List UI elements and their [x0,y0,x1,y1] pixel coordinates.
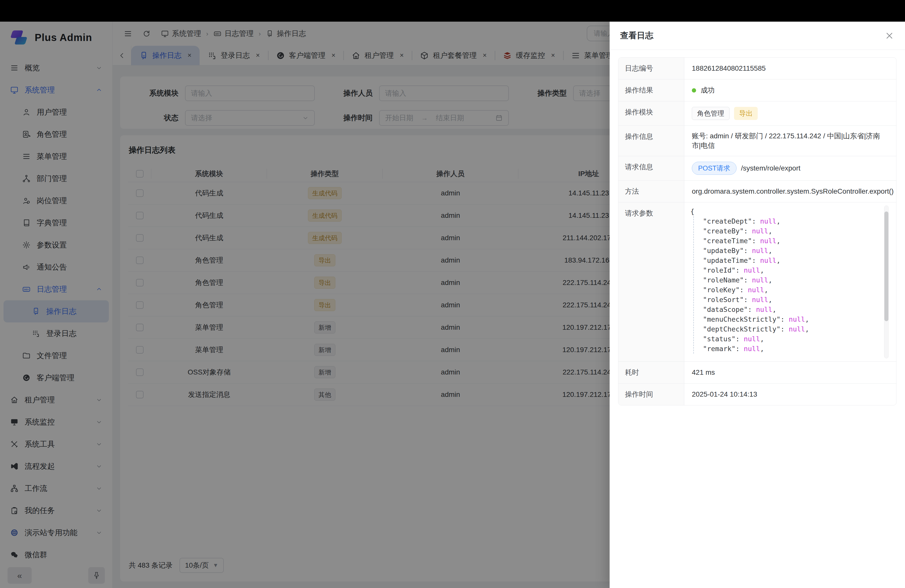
drawer-title: 查看日志 [620,30,653,41]
detail-label: 操作时间 [618,383,684,405]
json-line: "roleId": null, [703,265,881,275]
detail-row-info: 操作信息 账号: admin / 研发部门 / 222.175.114.242 … [618,126,896,156]
json-scrollbar-thumb[interactable] [884,211,888,321]
json-line: "updateBy": null, [703,246,881,256]
json-line: "createTime": null, [703,236,881,246]
json-line: "roleKey": null, [703,285,881,295]
json-line: "status": null, [703,334,881,344]
detail-label: 日志编号 [618,57,684,79]
json-line: "menuCheckStrictly": null, [703,315,881,324]
detail-row-duration: 耗时 421 ms [618,362,896,383]
detail-value: 成功 [684,79,896,101]
detail-label: 请求参数 [618,202,684,361]
detail-row-method: 方法 org.dromara.system.controller.system.… [618,181,896,202]
detail-row-request: 请求信息 POST请求 /system/role/export [618,156,896,181]
json-line: "updateTime": null, [703,256,881,265]
detail-label: 操作模块 [618,101,684,126]
request-url: /system/role/export [741,164,801,172]
detail-row-result: 操作结果 成功 [618,79,896,101]
drawer-body: 日志编号 1882612840802115585 操作结果 成功 操作模块 角色… [610,50,905,413]
post-method-tag: POST请求 [692,162,737,175]
close-icon[interactable] [884,31,894,41]
json-line: "createBy": null, [703,226,881,236]
detail-label: 耗时 [618,362,684,383]
json-body: "createDept": null,"createBy": null,"cre… [693,216,881,354]
detail-value: org.dromara.system.controller.system.Sys… [684,181,897,202]
detail-row-time: 操作时间 2025-01-24 10:14:13 [618,383,896,405]
detail-row-module: 操作模块 角色管理导出 [618,101,896,126]
detail-row-log-id: 日志编号 1882612840802115585 [618,57,896,79]
detail-value: 角色管理导出 [684,101,896,126]
json-line: "createDept": null, [703,216,881,226]
detail-label: 方法 [618,181,684,202]
module-tag-导出: 导出 [734,107,758,120]
detail-label: 操作信息 [618,126,684,156]
json-line: "roleSort": null, [703,295,881,305]
json-line: "roleName": null, [703,275,881,285]
success-dot-icon [692,88,696,92]
module-tag-角色管理: 角色管理 [692,107,730,120]
json-line: "dataScope": null, [703,305,881,315]
view-log-drawer: 查看日志 日志编号 1882612840802115585 操作结果 成功 操作… [610,22,905,588]
drawer-header: 查看日志 [610,22,905,50]
detail-value: 421 ms [684,362,896,383]
detail-row-params: 请求参数 { "createDept": null,"createBy": nu… [618,202,896,362]
detail-value: POST请求 /system/role/export [684,156,896,180]
detail-label: 请求信息 [618,156,684,180]
json-line: "deptCheckStrictly": null, [703,324,881,334]
log-detail-table: 日志编号 1882612840802115585 操作结果 成功 操作模块 角色… [618,57,897,405]
request-params-json-viewer[interactable]: { "createDept": null,"createBy": null,"c… [684,202,896,361]
json-open-brace: { [690,207,881,216]
detail-value: 账号: admin / 研发部门 / 222.175.114.242 / 中国|… [684,126,896,156]
detail-label: 操作结果 [618,79,684,101]
result-text: 成功 [701,86,715,95]
detail-value: 2025-01-24 10:14:13 [684,383,896,405]
detail-value: 1882612840802115585 [684,57,896,79]
json-line: "remark": null, [703,344,881,354]
